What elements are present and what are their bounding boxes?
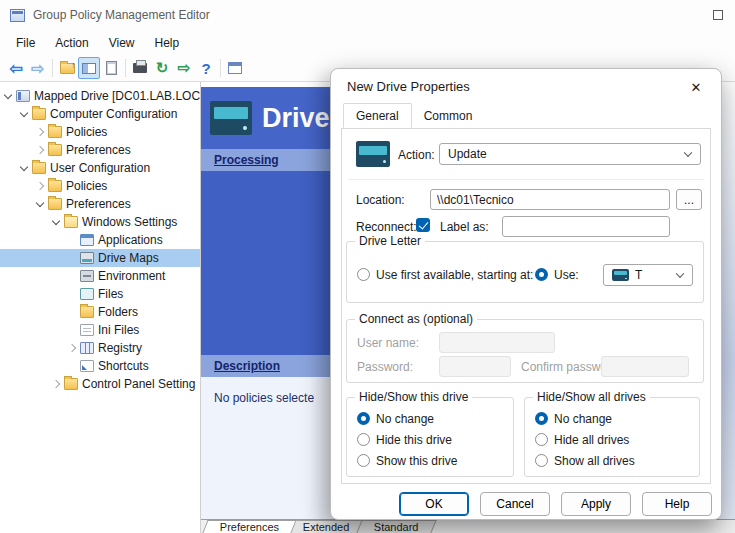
- processing-link[interactable]: Processing: [214, 153, 279, 167]
- dialog-button-row: OK Cancel Apply Help: [399, 492, 712, 516]
- expander-spacer: [67, 307, 78, 318]
- help-button[interactable]: Help: [642, 492, 712, 516]
- tree-item-folders[interactable]: Folders: [0, 303, 200, 321]
- toolbar-separator: [125, 59, 126, 77]
- expander-spacer: [67, 253, 78, 264]
- chevron-down-icon[interactable]: [35, 199, 46, 210]
- separator: [348, 179, 704, 180]
- chevron-right-icon[interactable]: [51, 379, 62, 390]
- forward-button[interactable]: ⇨: [27, 57, 49, 79]
- hide-this-drive-radio[interactable]: [357, 433, 370, 446]
- tree-item-applications[interactable]: Applications: [0, 231, 200, 249]
- hide-all-drives-label: Hide all drives: [554, 433, 629, 447]
- drive-letter-value: T: [635, 268, 642, 282]
- show-all-drives-radio[interactable]: [535, 454, 548, 467]
- tree-item-mapped-drive-gpo[interactable]: Mapped Drive [DC01.LAB.LOCA: [0, 87, 200, 105]
- this-no-change-radio[interactable]: [357, 412, 370, 425]
- tab-preferences[interactable]: Preferences: [202, 520, 297, 533]
- tree-item-drive-maps[interactable]: Drive Maps: [0, 249, 200, 267]
- action-dropdown[interactable]: Update: [439, 143, 701, 165]
- browse-button[interactable]: ...: [676, 189, 702, 210]
- tree-item-user-configuration[interactable]: User Configuration: [0, 159, 200, 177]
- drive-maps-icon: [80, 252, 94, 264]
- chevron-right-icon[interactable]: [35, 181, 46, 192]
- back-button[interactable]: ⇦: [5, 57, 27, 79]
- ok-button[interactable]: OK: [399, 492, 469, 516]
- show-this-drive-radio[interactable]: [357, 454, 370, 467]
- this-no-change-label: No change: [376, 412, 434, 426]
- up-one-level-button[interactable]: [56, 57, 78, 79]
- tab-standard[interactable]: Standard: [356, 520, 436, 533]
- chevron-down-icon[interactable]: [51, 217, 62, 228]
- tree-item-label: Shortcuts: [98, 359, 149, 373]
- paste-button[interactable]: [100, 57, 122, 79]
- dialog-title-bar: New Drive Properties: [331, 69, 721, 103]
- tree-item-label: Mapped Drive [DC01.LAB.LOCA: [34, 89, 201, 103]
- reconnect-checkbox[interactable]: [416, 218, 430, 232]
- drive-letter-dropdown[interactable]: T: [603, 264, 693, 286]
- menu-help[interactable]: Help: [145, 33, 190, 53]
- tree-item-computer-configuration[interactable]: Computer Configuration: [0, 105, 200, 123]
- use-radio[interactable]: [535, 268, 548, 281]
- print-button[interactable]: [129, 57, 151, 79]
- tree-item-user-preferences[interactable]: Preferences: [0, 195, 200, 213]
- tree-item-registry[interactable]: Registry: [0, 339, 200, 357]
- folder-icon: [64, 378, 78, 390]
- chevron-right-icon[interactable]: [35, 127, 46, 138]
- chevron-down-icon: [676, 270, 684, 278]
- expander-spacer: [67, 361, 78, 372]
- export-list-icon: ⇨: [178, 59, 191, 77]
- tab-general[interactable]: General: [343, 103, 412, 128]
- tab-common[interactable]: Common: [412, 103, 485, 128]
- chevron-down-icon[interactable]: [19, 109, 30, 120]
- hide-all-drives-radio[interactable]: [535, 433, 548, 446]
- tree-item-user-policies[interactable]: Policies: [0, 177, 200, 195]
- gpo-icon: [16, 90, 30, 102]
- registry-icon: [80, 342, 94, 354]
- refresh-button[interactable]: ↻: [151, 57, 173, 79]
- tab-extended[interactable]: Extended: [286, 520, 368, 533]
- tree-item-label: Folders: [98, 305, 138, 319]
- tree-item-computer-policies[interactable]: Policies: [0, 123, 200, 141]
- tree-item-control-panel-settings[interactable]: Control Panel Setting: [0, 375, 200, 393]
- maximize-icon[interactable]: [713, 10, 723, 20]
- chevron-down-icon[interactable]: [19, 163, 30, 174]
- folder-icon: [80, 306, 94, 318]
- up-one-level-icon: [60, 63, 75, 74]
- use-first-available-radio[interactable]: [357, 268, 370, 281]
- apply-button[interactable]: Apply: [561, 492, 631, 516]
- tree-item-environment[interactable]: Environment: [0, 267, 200, 285]
- refresh-icon: ↻: [156, 59, 169, 77]
- environment-icon: [80, 270, 94, 282]
- window-list-button[interactable]: [224, 57, 246, 79]
- tree-item-files[interactable]: Files: [0, 285, 200, 303]
- title-bar: Group Policy Management Editor: [0, 0, 735, 30]
- chevron-right-icon[interactable]: [67, 343, 78, 354]
- description-link[interactable]: Description: [214, 359, 280, 373]
- open-folder-icon: [64, 216, 78, 228]
- tree-item-ini-files[interactable]: Ini Files: [0, 321, 200, 339]
- menu-view[interactable]: View: [99, 33, 145, 53]
- chevron-down-icon[interactable]: [3, 91, 14, 102]
- show-this-drive-label: Show this drive: [376, 454, 457, 468]
- new-drive-properties-dialog: New Drive Properties ✕ General Common Ac…: [330, 68, 722, 520]
- export-list-button[interactable]: ⇨: [173, 57, 195, 79]
- show-console-tree-button[interactable]: [78, 57, 100, 79]
- label-as-input[interactable]: [502, 216, 670, 237]
- help-button[interactable]: ?: [195, 57, 217, 79]
- location-input[interactable]: [430, 189, 670, 210]
- tree-item-windows-settings[interactable]: Windows Settings: [0, 213, 200, 231]
- close-icon[interactable]: ✕: [683, 76, 709, 98]
- tree-item-computer-preferences[interactable]: Preferences: [0, 141, 200, 159]
- chevron-right-icon[interactable]: [35, 145, 46, 156]
- tree-item-shortcuts[interactable]: Shortcuts: [0, 357, 200, 375]
- app-icon: [10, 9, 25, 22]
- cancel-button[interactable]: Cancel: [480, 492, 550, 516]
- all-no-change-radio[interactable]: [535, 412, 548, 425]
- confirm-password-input: [601, 356, 689, 377]
- tree-item-label: Files: [98, 287, 123, 301]
- menu-action[interactable]: Action: [45, 33, 98, 53]
- tree-item-label: Control Panel Setting: [82, 377, 195, 391]
- menu-file[interactable]: File: [6, 33, 45, 53]
- window-list-icon: [228, 62, 242, 74]
